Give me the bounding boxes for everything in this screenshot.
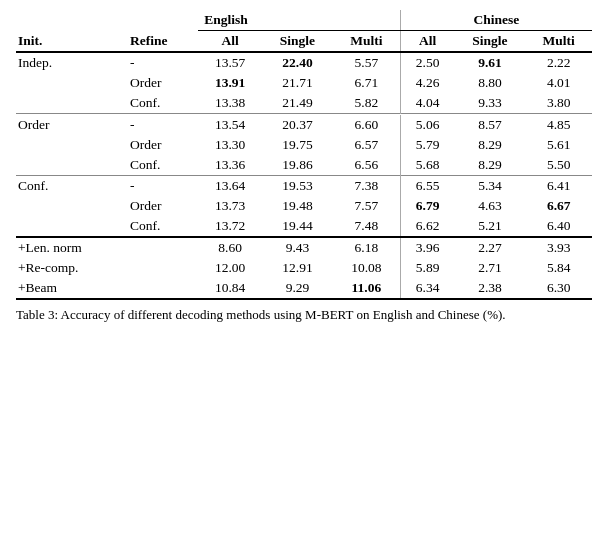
table-cell: 7.48	[333, 216, 400, 237]
en-single-col-header: Single	[262, 31, 333, 53]
table-cell: 12.91	[262, 258, 333, 278]
table-cell: 6.62	[400, 216, 454, 237]
table-cell: 5.89	[400, 258, 454, 278]
table-row: Order13.3019.756.575.798.295.61	[16, 135, 592, 155]
table-cell: Conf.	[124, 93, 198, 114]
table-cell: 13.38	[198, 93, 262, 114]
table-cell: 19.44	[262, 216, 333, 237]
english-group-header: English	[198, 10, 400, 31]
table-cell	[16, 93, 124, 114]
table-cell: 13.73	[198, 196, 262, 216]
table-cell: 2.38	[454, 278, 525, 299]
table-cell: -	[124, 176, 198, 196]
table-cell: 4.63	[454, 196, 525, 216]
table-cell	[16, 155, 124, 176]
table-cell: 6.41	[525, 176, 592, 196]
table-cell: +Len. norm	[16, 238, 124, 258]
cn-multi-col-header: Multi	[525, 31, 592, 53]
table-cell: 8.57	[454, 115, 525, 135]
table-cell: 6.56	[333, 155, 400, 176]
table-cell: 6.34	[400, 278, 454, 299]
table-cell: 6.40	[525, 216, 592, 237]
table-cell: Order	[16, 115, 124, 135]
table-container: English Chinese Init. Refine All Single …	[16, 10, 592, 324]
table-cell: 10.84	[198, 278, 262, 299]
table-cell: Conf.	[124, 155, 198, 176]
table-row: Order13.9121.716.714.268.804.01	[16, 73, 592, 93]
table-cell: 20.37	[262, 115, 333, 135]
table-cell: 19.48	[262, 196, 333, 216]
table-cell: 5.79	[400, 135, 454, 155]
group-header-row: English Chinese	[16, 10, 592, 31]
table-cell: 13.72	[198, 216, 262, 237]
table-cell: 13.91	[198, 73, 262, 93]
table-row: Conf.-13.6419.537.386.555.346.41	[16, 176, 592, 196]
table-cell: +Re-comp.	[16, 258, 124, 278]
cn-all-col-header: All	[400, 31, 454, 53]
table-cell: 19.75	[262, 135, 333, 155]
table-cell: 5.61	[525, 135, 592, 155]
table-cell: 13.64	[198, 176, 262, 196]
table-cell: 4.04	[400, 93, 454, 114]
table-cell: 21.49	[262, 93, 333, 114]
table-cell	[16, 73, 124, 93]
table-row: Conf.13.3821.495.824.049.333.80	[16, 93, 592, 114]
table-row: Indep.-13.5722.405.572.509.612.22	[16, 52, 592, 73]
table-row: Order13.7319.487.576.794.636.67	[16, 196, 592, 216]
table-row: Conf.13.3619.866.565.688.295.50	[16, 155, 592, 176]
table-cell: 5.82	[333, 93, 400, 114]
table-cell	[124, 238, 198, 258]
table-row: +Beam10.849.2911.066.342.386.30	[16, 278, 592, 299]
table-cell: +Beam	[16, 278, 124, 299]
table-cell: 2.50	[400, 52, 454, 73]
table-cell: 5.57	[333, 52, 400, 73]
table-cell: 5.50	[525, 155, 592, 176]
results-table: English Chinese Init. Refine All Single …	[16, 10, 592, 300]
table-cell: Indep.	[16, 52, 124, 73]
table-row: Order-13.5420.376.605.068.574.85	[16, 115, 592, 135]
table-cell: 6.18	[333, 238, 400, 258]
table-cell	[124, 258, 198, 278]
table-cell: 8.60	[198, 238, 262, 258]
table-cell: 3.96	[400, 238, 454, 258]
table-cell: 4.85	[525, 115, 592, 135]
init-col-header: Init.	[16, 31, 124, 53]
table-cell: 13.57	[198, 52, 262, 73]
en-all-col-header: All	[198, 31, 262, 53]
table-cell: 3.93	[525, 238, 592, 258]
table-cell: 7.38	[333, 176, 400, 196]
table-cell: Order	[124, 135, 198, 155]
table-cell: 4.26	[400, 73, 454, 93]
col-header-row: Init. Refine All Single Multi All Single…	[16, 31, 592, 53]
en-multi-col-header: Multi	[333, 31, 400, 53]
table-cell: 9.29	[262, 278, 333, 299]
table-row: Conf.13.7219.447.486.625.216.40	[16, 216, 592, 237]
table-cell: 4.01	[525, 73, 592, 93]
table-cell	[16, 135, 124, 155]
table-cell: 2.22	[525, 52, 592, 73]
table-cell: 6.57	[333, 135, 400, 155]
table-cell: 6.71	[333, 73, 400, 93]
chinese-group-header: Chinese	[400, 10, 592, 31]
table-cell: 13.30	[198, 135, 262, 155]
table-cell: 2.27	[454, 238, 525, 258]
table-cell: 8.29	[454, 155, 525, 176]
table-cell: 6.79	[400, 196, 454, 216]
table-cell: Order	[124, 73, 198, 93]
table-cell: 8.29	[454, 135, 525, 155]
cn-single-col-header: Single	[454, 31, 525, 53]
table-cell	[16, 216, 124, 237]
table-cell: 5.34	[454, 176, 525, 196]
table-cell: 13.36	[198, 155, 262, 176]
table-cell: 6.55	[400, 176, 454, 196]
table-row: +Re-comp.12.0012.9110.085.892.715.84	[16, 258, 592, 278]
table-cell: 5.06	[400, 115, 454, 135]
table-cell: -	[124, 52, 198, 73]
empty-header	[16, 10, 198, 31]
table-cell: Order	[124, 196, 198, 216]
table-cell: -	[124, 115, 198, 135]
table-cell: 6.60	[333, 115, 400, 135]
table-cell: 5.21	[454, 216, 525, 237]
table-caption: Table 3: Accuracy of different decoding …	[16, 306, 592, 324]
table-cell: 3.80	[525, 93, 592, 114]
